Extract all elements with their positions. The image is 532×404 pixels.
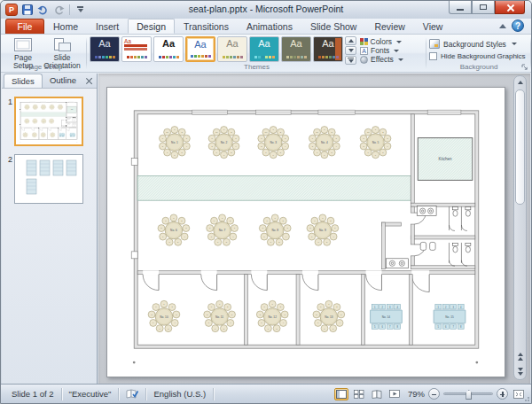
zoom-slider[interactable] [443, 392, 493, 395]
slide-orientation-icon [51, 37, 73, 52]
file-tab[interactable]: File [5, 19, 44, 34]
minimize-button[interactable] [449, 1, 472, 14]
theme-name: "Executive" [62, 388, 120, 400]
table-label: No. 5 [372, 141, 379, 144]
spellcheck-icon [126, 389, 138, 399]
background-group-label: Background [426, 63, 531, 71]
table-label: No. 9 [319, 229, 326, 232]
table-label: No. 14 [382, 315, 391, 319]
slides-panel: Slides Outline 1 2 [2, 74, 98, 384]
tab-transitions[interactable]: Transitions [175, 19, 238, 34]
tab-design[interactable]: Design [128, 19, 175, 34]
ribbon-tabs: HomeInsertDesignTransitionsAnimationsSli… [44, 19, 451, 34]
zoom-in-button[interactable] [497, 388, 508, 400]
close-panel-icon[interactable] [84, 76, 94, 86]
minimize-ribbon-button[interactable] [499, 24, 506, 28]
gallery-scroll-up-button[interactable] [345, 36, 356, 45]
themes-gallery-scroll [345, 36, 356, 65]
zoom-slider-thumb[interactable] [466, 390, 472, 400]
close-button[interactable] [495, 1, 525, 14]
title-bar: P [1, 1, 531, 19]
background-dialog-launcher[interactable] [521, 64, 528, 71]
buffet-strip[interactable] [137, 175, 411, 200]
scrollbar-thumb[interactable] [515, 89, 525, 205]
slide-sorter-view-button[interactable] [352, 388, 366, 400]
kitchen-room-label: Kitchen [439, 157, 452, 161]
themes-gallery: AaAaAaAaAaAaAaAa [90, 36, 343, 65]
background-group: Background Styles Hide Background Graphi… [426, 35, 531, 72]
table-label: No. 11 [215, 315, 223, 319]
table-label: No. 15 [445, 315, 454, 319]
theme-tile-2[interactable]: Aa [121, 36, 152, 62]
theme-tile-1[interactable]: Aa [90, 36, 120, 62]
theme-colors-icon [360, 38, 368, 46]
floor-plan: Kitchen [131, 110, 479, 363]
tab-insert[interactable]: Insert [87, 19, 128, 34]
table-label: No. 3 [270, 141, 277, 144]
table-label: No. 8 [271, 229, 278, 232]
zoom-out-button[interactable] [428, 388, 440, 400]
table-label: No. 2 [221, 141, 228, 144]
background-styles-button[interactable]: Background Styles [429, 39, 528, 49]
table-label: No. 10 [160, 315, 168, 319]
themes-group: AaAaAaAaAaAaAaAa Colors A Font [87, 35, 426, 72]
table-label: No. 4 [321, 141, 328, 144]
page-setup-icon [12, 37, 34, 52]
slide-indicator: Slide 1 of 2 [4, 388, 62, 400]
sink-unit [386, 259, 408, 268]
page-setup-group-label: Page Setup [1, 63, 87, 71]
tab-outline[interactable]: Outline [43, 74, 83, 88]
slide-2-thumbnail[interactable] [14, 154, 83, 204]
background-styles-label: Background Styles [443, 40, 506, 49]
slide-number: 1 [2, 97, 14, 146]
table-label: No. 7 [219, 229, 226, 232]
table-label: No. 13 [325, 315, 333, 319]
resize-grip[interactable] [521, 393, 530, 402]
theme-fonts-label: Fonts [371, 46, 389, 55]
scroll-up-button[interactable] [514, 76, 526, 89]
slide-thumbnail-row-1: 1 [2, 97, 97, 146]
tab-review[interactable]: Review [365, 19, 413, 34]
ribbon-tab-row: File HomeInsertDesignTransitionsAnimatio… [1, 19, 531, 35]
tab-slides[interactable]: Slides [4, 74, 43, 88]
theme-tile-6[interactable]: Aa [249, 36, 279, 62]
vertical-scrollbar[interactable] [513, 75, 527, 380]
tab-home[interactable]: Home [44, 19, 87, 34]
slide-1-thumbnail[interactable] [14, 97, 83, 146]
gallery-scroll-down-button[interactable] [345, 46, 356, 55]
theme-fonts-icon: A [360, 47, 368, 55]
normal-view-button[interactable] [334, 388, 348, 400]
table-label: No. 6 [170, 229, 177, 232]
page-setup-group: Page Setup Slide Orientation Page Setup [1, 35, 87, 72]
tab-view[interactable]: View [414, 19, 452, 34]
slideshow-view-button[interactable] [387, 388, 402, 400]
spellcheck-button[interactable] [119, 388, 146, 400]
table-label: No. 1 [171, 141, 178, 144]
next-slide-button[interactable] [514, 365, 526, 377]
theme-tile-8[interactable]: Aa [313, 36, 343, 62]
theme-tile-4-selected[interactable]: Aa [185, 36, 215, 62]
hide-background-graphics-label: Hide Background Graphics [441, 52, 526, 60]
slide-orientation-button[interactable]: Slide Orientation [43, 36, 82, 78]
normal-view-icon [336, 390, 347, 399]
hide-background-graphics-checkbox[interactable]: Hide Background Graphics [429, 52, 528, 60]
theme-tile-5[interactable]: Aa [217, 36, 247, 62]
reading-view-button[interactable] [370, 388, 384, 400]
checkbox-icon [429, 52, 437, 60]
slide-canvas[interactable]: Kitchen [106, 87, 505, 377]
theme-tile-3[interactable]: Aa [153, 36, 184, 62]
background-styles-icon [429, 39, 440, 49]
previous-slide-button[interactable] [514, 350, 526, 362]
theme-colors-button[interactable]: Colors [360, 37, 403, 46]
ribbon-design-tab-content: Page Setup Slide Orientation Page Setup … [1, 35, 531, 73]
theme-tile-7[interactable]: Aa [281, 36, 311, 62]
table-label: No. 12 [269, 315, 278, 319]
themes-group-label: Themes [87, 63, 426, 71]
restore-button[interactable] [472, 1, 495, 14]
tab-animations[interactable]: Animations [238, 19, 301, 34]
tab-slide-show[interactable]: Slide Show [301, 19, 366, 34]
help-button[interactable]: ? [512, 19, 524, 32]
theme-fonts-button[interactable]: A Fonts [360, 46, 403, 55]
language-button[interactable]: English (U.S.) [146, 388, 214, 400]
zoom-percentage[interactable]: 79% [408, 389, 425, 399]
